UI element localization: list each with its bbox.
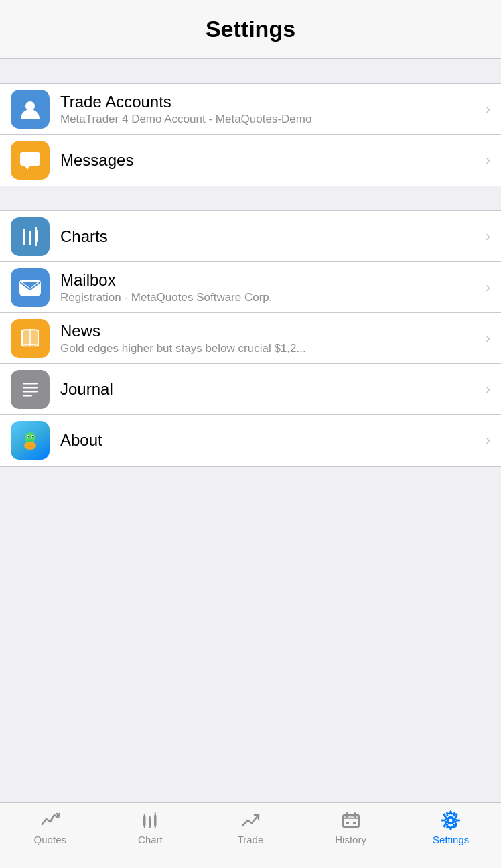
svg-rect-44: [450, 811, 452, 814]
journal-icon: [11, 370, 50, 409]
settings-tab-icon: [440, 810, 461, 831]
tab-settings[interactable]: Settings: [401, 810, 501, 845]
trade-accounts-subtitle: MetaTrader 4 Demo Account - MetaQuotes-D…: [60, 113, 480, 126]
charts-title: Charts: [60, 227, 480, 246]
section-tools: Charts › Mailbox Registration - MetaQuot…: [0, 210, 501, 467]
journal-lines-icon: [18, 377, 42, 401]
settings-tab-label: Settings: [433, 834, 469, 845]
tab-trade[interactable]: Trade: [200, 810, 301, 845]
empty-space: [0, 467, 501, 735]
trade-accounts-icon: [11, 90, 50, 129]
news-subtitle: Gold edges higher but stays below crucia…: [60, 342, 480, 355]
news-text: News Gold edges higher but stays below c…: [60, 322, 480, 355]
candlestick-icon: [18, 225, 42, 249]
mailbox-icon: [11, 268, 50, 307]
about-text: About: [60, 431, 480, 450]
svg-point-53: [449, 819, 453, 822]
history-tab-label: History: [335, 834, 366, 845]
trade-accounts-chevron: ›: [486, 101, 490, 118]
messages-chevron: ›: [486, 151, 490, 169]
svg-rect-41: [353, 822, 356, 824]
svg-rect-1: [20, 152, 40, 166]
svg-rect-15: [23, 383, 38, 385]
mail-icon: [18, 275, 42, 300]
svg-rect-30: [149, 819, 151, 826]
tab-bar: Quotes Chart Trade: [0, 802, 501, 868]
svg-rect-2: [23, 231, 25, 242]
journal-chevron: ›: [486, 381, 490, 398]
svg-rect-16: [23, 387, 38, 389]
messages-text: Messages: [60, 151, 480, 170]
section-spacer-1: [0, 59, 501, 83]
charts-text: Charts: [60, 227, 480, 246]
svg-rect-40: [346, 822, 349, 824]
messages-item[interactable]: Messages ›: [0, 135, 501, 186]
mailbox-text: Mailbox Registration - MetaQuotes Softwa…: [60, 271, 480, 304]
svg-rect-8: [35, 230, 38, 242]
journal-text: Journal: [60, 380, 480, 399]
charts-icon: [11, 217, 50, 256]
svg-rect-18: [23, 395, 32, 397]
svg-point-23: [32, 436, 33, 438]
trade-tab-icon: [240, 810, 261, 831]
page-header: Settings: [0, 0, 501, 59]
svg-point-0: [25, 101, 35, 111]
history-tab-icon: [340, 810, 362, 831]
about-chevron: ›: [486, 432, 490, 449]
trade-accounts-item[interactable]: Trade Accounts MetaTrader 4 Demo Account…: [0, 84, 501, 135]
messages-icon: [11, 141, 50, 180]
section-spacer-2: [0, 186, 501, 210]
quotes-tab-label: Quotes: [34, 834, 66, 845]
svg-rect-5: [29, 234, 31, 242]
svg-rect-17: [23, 391, 38, 393]
tab-chart[interactable]: Chart: [100, 810, 201, 845]
chart-tab-icon: [139, 810, 161, 831]
trade-accounts-title: Trade Accounts: [60, 92, 480, 111]
about-icon: [11, 421, 50, 460]
section-accounts: Trade Accounts MetaTrader 4 Demo Account…: [0, 83, 501, 186]
quotes-tab-icon: [40, 810, 61, 831]
person-icon: [18, 97, 42, 121]
tab-history[interactable]: History: [301, 810, 401, 845]
about-item[interactable]: About ›: [0, 415, 501, 466]
about-mascot-icon: [18, 428, 42, 452]
journal-title: Journal: [60, 380, 480, 399]
svg-rect-46: [441, 820, 444, 822]
trade-accounts-text: Trade Accounts MetaTrader 4 Demo Account…: [60, 92, 480, 126]
svg-rect-27: [143, 816, 146, 826]
tab-quotes[interactable]: Quotes: [0, 810, 100, 845]
svg-rect-47: [457, 820, 460, 822]
page-title: Settings: [206, 16, 295, 42]
message-icon: [18, 148, 42, 172]
messages-title: Messages: [60, 151, 480, 170]
news-title: News: [60, 322, 480, 340]
mailbox-subtitle: Registration - MetaQuotes Software Corp.: [60, 291, 480, 304]
charts-item[interactable]: Charts ›: [0, 211, 501, 262]
svg-rect-33: [154, 815, 157, 826]
trade-tab-label: Trade: [238, 834, 264, 845]
mailbox-title: Mailbox: [60, 271, 480, 290]
svg-rect-45: [450, 827, 452, 830]
chart-tab-label: Chart: [138, 834, 163, 845]
charts-chevron: ›: [486, 228, 490, 245]
news-item[interactable]: News Gold edges higher but stays below c…: [0, 313, 501, 364]
about-title: About: [60, 431, 480, 450]
journal-item[interactable]: Journal ›: [0, 364, 501, 415]
mailbox-item[interactable]: Mailbox Registration - MetaQuotes Softwa…: [0, 262, 501, 313]
news-icon: [11, 319, 50, 358]
svg-point-22: [28, 436, 29, 438]
main-content: Settings Trade Accounts MetaTrader 4 Dem…: [0, 0, 501, 802]
book-icon: [18, 326, 42, 351]
mailbox-chevron: ›: [486, 279, 490, 296]
news-chevron: ›: [486, 330, 490, 347]
